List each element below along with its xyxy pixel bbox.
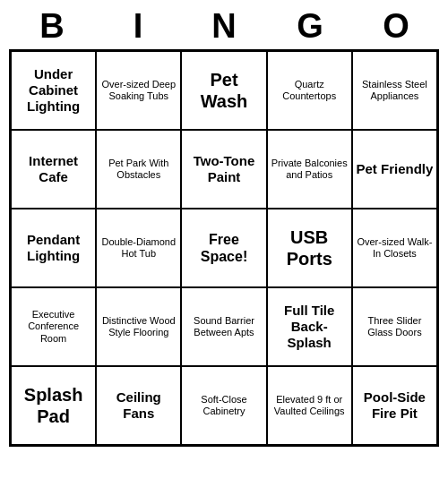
cell-text-18: Full Tile Back-Splash	[271, 303, 349, 351]
bingo-cell-17: Sound Barrier Between Apts	[181, 287, 266, 366]
bingo-cell-19: Three Slider Glass Doors	[352, 287, 437, 366]
cell-text-9: Pet Friendly	[356, 161, 433, 177]
cell-text-15: Executive Conference Room	[14, 309, 92, 345]
bingo-cell-14: Over-sized Walk-In Closets	[352, 209, 437, 287]
bingo-cell-0: Under Cabinet Lighting	[11, 51, 96, 130]
bingo-cell-21: Ceiling Fans	[96, 366, 181, 445]
cell-text-1: Over-sized Deep Soaking Tubs	[99, 79, 177, 102]
header-letter-i: I	[98, 7, 178, 46]
cell-text-10: Pendant Lighting	[14, 232, 92, 264]
cell-text-4: Stainless Steel Appliances	[356, 79, 434, 102]
bingo-cell-4: Stainless Steel Appliances	[352, 51, 437, 130]
cell-text-23: Elevated 9 ft or Vaulted Ceilings	[271, 394, 349, 417]
bingo-cell-18: Full Tile Back-Splash	[267, 287, 352, 366]
bingo-cell-11: Double-Diamond Hot Tub	[96, 209, 181, 287]
cell-text-5: Internet Cafe	[14, 153, 92, 185]
cell-text-7: Two-Tone Paint	[185, 153, 263, 185]
bingo-cell-15: Executive Conference Room	[11, 287, 96, 366]
bingo-cell-22: Soft-Close Cabinetry	[181, 366, 266, 445]
bingo-cell-24: Pool-Side Fire Pit	[352, 366, 437, 445]
cell-text-19: Three Slider Glass Doors	[356, 315, 434, 338]
bingo-cell-23: Elevated 9 ft or Vaulted Ceilings	[267, 366, 352, 445]
bingo-header: B I N G O	[9, 0, 439, 49]
bingo-cell-1: Over-sized Deep Soaking Tubs	[96, 51, 181, 130]
header-letter-n: N	[184, 7, 264, 46]
cell-text-3: Quartz Countertops	[271, 79, 349, 102]
bingo-grid: Under Cabinet LightingOver-sized Deep So…	[9, 49, 439, 447]
cell-text-12: Free Space!	[185, 231, 263, 265]
bingo-cell-9: Pet Friendly	[352, 130, 437, 209]
bingo-cell-10: Pendant Lighting	[11, 209, 96, 287]
bingo-cell-2: Pet Wash	[181, 51, 266, 130]
cell-text-2: Pet Wash	[185, 69, 263, 112]
cell-text-13: USB Ports	[271, 226, 349, 269]
bingo-cell-13: USB Ports	[267, 209, 352, 287]
bingo-cell-16: Distinctive Wood Style Flooring	[96, 287, 181, 366]
bingo-cell-12: Free Space!	[181, 209, 266, 287]
cell-text-14: Over-sized Walk-In Closets	[356, 236, 434, 260]
cell-text-6: Pet Park With Obstacles	[99, 158, 177, 181]
cell-text-21: Ceiling Fans	[99, 389, 177, 422]
cell-text-22: Soft-Close Cabinetry	[185, 394, 263, 417]
header-letter-g: G	[270, 7, 350, 46]
cell-text-24: Pool-Side Fire Pit	[356, 389, 434, 422]
cell-text-11: Double-Diamond Hot Tub	[99, 236, 177, 260]
cell-text-20: Splash Pad	[14, 384, 92, 427]
bingo-cell-5: Internet Cafe	[11, 130, 96, 209]
bingo-cell-20: Splash Pad	[11, 366, 96, 445]
cell-text-17: Sound Barrier Between Apts	[185, 315, 263, 338]
bingo-cell-8: Private Balconies and Patios	[267, 130, 352, 209]
header-letter-o: O	[356, 7, 436, 46]
bingo-cell-7: Two-Tone Paint	[181, 130, 266, 209]
cell-text-0: Under Cabinet Lighting	[14, 66, 92, 115]
bingo-cell-3: Quartz Countertops	[267, 51, 352, 130]
header-letter-b: B	[12, 7, 92, 46]
cell-text-8: Private Balconies and Patios	[271, 158, 349, 181]
bingo-cell-6: Pet Park With Obstacles	[96, 130, 181, 209]
cell-text-16: Distinctive Wood Style Flooring	[99, 315, 177, 338]
